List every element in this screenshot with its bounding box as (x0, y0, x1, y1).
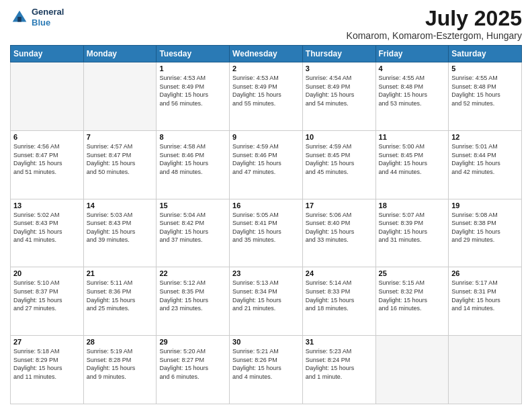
day-info: Sunrise: 5:19 AM Sunset: 8:28 PM Dayligh… (87, 347, 154, 381)
header: General Blue July 2025 Komarom, Komarom-… (10, 7, 522, 41)
logo-line1: General (32, 7, 64, 17)
day-number: 27 (13, 338, 81, 346)
day-info: Sunrise: 4:59 AM Sunset: 8:45 PM Dayligh… (306, 142, 373, 176)
calendar-cell: 9Sunrise: 4:59 AM Sunset: 8:46 PM Daylig… (230, 130, 303, 199)
day-info: Sunrise: 4:53 AM Sunset: 8:49 PM Dayligh… (159, 74, 226, 107)
calendar-cell: 1Sunrise: 4:53 AM Sunset: 8:49 PM Daylig… (157, 62, 230, 131)
day-number: 26 (451, 269, 519, 277)
calendar-cell: 26Sunrise: 5:17 AM Sunset: 8:31 PM Dayli… (449, 267, 522, 336)
calendar-cell (83, 62, 157, 131)
day-info: Sunrise: 4:58 AM Sunset: 8:46 PM Dayligh… (159, 142, 226, 176)
calendar-cell: 16Sunrise: 5:05 AM Sunset: 8:41 PM Dayli… (230, 199, 303, 267)
calendar-cell: 27Sunrise: 5:18 AM Sunset: 8:29 PM Dayli… (11, 336, 84, 404)
day-number: 22 (159, 269, 226, 277)
calendar-cell: 3Sunrise: 4:54 AM Sunset: 8:49 PM Daylig… (302, 62, 375, 131)
calendar-cell: 28Sunrise: 5:19 AM Sunset: 8:28 PM Dayli… (83, 336, 157, 404)
day-number: 30 (232, 338, 300, 346)
calendar-cell: 10Sunrise: 4:59 AM Sunset: 8:45 PM Dayli… (302, 130, 375, 199)
calendar-cell: 18Sunrise: 5:07 AM Sunset: 8:39 PM Dayli… (375, 199, 449, 267)
calendar-header-thursday: Thursday (302, 46, 375, 62)
day-number: 18 (379, 201, 446, 210)
calendar-cell: 19Sunrise: 5:08 AM Sunset: 8:38 PM Dayli… (449, 199, 522, 267)
day-info: Sunrise: 5:23 AM Sunset: 8:24 PM Dayligh… (306, 347, 373, 381)
day-info: Sunrise: 4:53 AM Sunset: 8:49 PM Dayligh… (232, 74, 300, 107)
day-info: Sunrise: 5:12 AM Sunset: 8:35 PM Dayligh… (159, 279, 226, 312)
title-block: July 2025 Komarom, Komarom-Esztergom, Hu… (347, 7, 522, 41)
logo-line2: Blue (32, 17, 64, 28)
calendar-cell: 14Sunrise: 5:03 AM Sunset: 8:43 PM Dayli… (83, 199, 157, 267)
calendar-header-row: SundayMondayTuesdayWednesdayThursdayFrid… (11, 46, 522, 62)
day-number: 3 (306, 64, 373, 73)
day-info: Sunrise: 5:08 AM Sunset: 8:38 PM Dayligh… (451, 211, 519, 244)
calendar-cell: 17Sunrise: 5:06 AM Sunset: 8:40 PM Dayli… (302, 199, 375, 267)
day-number: 19 (451, 201, 519, 210)
calendar-cell (11, 62, 84, 131)
day-number: 20 (13, 269, 81, 277)
day-number: 28 (87, 338, 154, 346)
day-info: Sunrise: 4:54 AM Sunset: 8:49 PM Dayligh… (306, 74, 373, 107)
day-info: Sunrise: 5:18 AM Sunset: 8:29 PM Dayligh… (13, 347, 81, 381)
calendar-cell: 5Sunrise: 4:55 AM Sunset: 8:48 PM Daylig… (449, 62, 522, 131)
calendar-cell: 29Sunrise: 5:20 AM Sunset: 8:27 PM Dayli… (157, 336, 230, 404)
day-info: Sunrise: 5:03 AM Sunset: 8:43 PM Dayligh… (87, 211, 154, 244)
subtitle: Komarom, Komarom-Esztergom, Hungary (347, 30, 522, 41)
logo-icon (10, 8, 29, 27)
main-title: July 2025 (347, 7, 522, 30)
day-number: 12 (451, 133, 519, 141)
calendar-cell: 22Sunrise: 5:12 AM Sunset: 8:35 PM Dayli… (157, 267, 230, 336)
calendar-cell: 6Sunrise: 4:56 AM Sunset: 8:47 PM Daylig… (11, 130, 84, 199)
calendar-table: SundayMondayTuesdayWednesdayThursdayFrid… (10, 45, 522, 404)
calendar-week-2: 13Sunrise: 5:02 AM Sunset: 8:43 PM Dayli… (11, 199, 522, 267)
day-info: Sunrise: 5:04 AM Sunset: 8:42 PM Dayligh… (159, 211, 226, 244)
day-info: Sunrise: 5:01 AM Sunset: 8:44 PM Dayligh… (451, 142, 519, 176)
calendar-cell: 11Sunrise: 5:00 AM Sunset: 8:45 PM Dayli… (375, 130, 449, 199)
calendar-header-sunday: Sunday (11, 46, 84, 62)
day-info: Sunrise: 4:55 AM Sunset: 8:48 PM Dayligh… (451, 74, 519, 107)
calendar-cell: 23Sunrise: 5:13 AM Sunset: 8:34 PM Dayli… (230, 267, 303, 336)
calendar-cell (449, 336, 522, 404)
day-info: Sunrise: 5:02 AM Sunset: 8:43 PM Dayligh… (13, 211, 81, 244)
calendar-header-saturday: Saturday (449, 46, 522, 62)
day-info: Sunrise: 5:05 AM Sunset: 8:41 PM Dayligh… (232, 211, 300, 244)
calendar-cell: 4Sunrise: 4:55 AM Sunset: 8:48 PM Daylig… (375, 62, 449, 131)
day-number: 31 (306, 338, 373, 346)
day-number: 25 (379, 269, 446, 277)
day-info: Sunrise: 5:06 AM Sunset: 8:40 PM Dayligh… (306, 211, 373, 244)
calendar-week-0: 1Sunrise: 4:53 AM Sunset: 8:49 PM Daylig… (11, 62, 522, 131)
page: General Blue July 2025 Komarom, Komarom-… (0, 0, 532, 411)
day-info: Sunrise: 5:11 AM Sunset: 8:36 PM Dayligh… (87, 279, 154, 312)
day-info: Sunrise: 5:10 AM Sunset: 8:37 PM Dayligh… (13, 279, 81, 312)
calendar-header-friday: Friday (375, 46, 449, 62)
day-number: 17 (306, 201, 373, 210)
day-number: 10 (306, 133, 373, 141)
day-info: Sunrise: 5:07 AM Sunset: 8:39 PM Dayligh… (379, 211, 446, 244)
calendar-cell: 8Sunrise: 4:58 AM Sunset: 8:46 PM Daylig… (157, 130, 230, 199)
logo: General Blue (10, 7, 64, 28)
day-info: Sunrise: 4:55 AM Sunset: 8:48 PM Dayligh… (379, 74, 446, 107)
calendar-cell: 21Sunrise: 5:11 AM Sunset: 8:36 PM Dayli… (83, 267, 157, 336)
day-info: Sunrise: 5:20 AM Sunset: 8:27 PM Dayligh… (159, 347, 226, 381)
day-number: 1 (159, 64, 226, 73)
day-number: 24 (306, 269, 373, 277)
day-info: Sunrise: 4:59 AM Sunset: 8:46 PM Dayligh… (232, 142, 300, 176)
day-number: 8 (159, 133, 226, 141)
day-info: Sunrise: 4:56 AM Sunset: 8:47 PM Dayligh… (13, 142, 81, 176)
calendar-cell: 20Sunrise: 5:10 AM Sunset: 8:37 PM Dayli… (11, 267, 84, 336)
day-number: 29 (159, 338, 226, 346)
day-number: 4 (379, 64, 446, 73)
day-number: 13 (13, 201, 81, 210)
calendar-week-1: 6Sunrise: 4:56 AM Sunset: 8:47 PM Daylig… (11, 130, 522, 199)
calendar-cell: 24Sunrise: 5:14 AM Sunset: 8:33 PM Dayli… (302, 267, 375, 336)
calendar-header-wednesday: Wednesday (230, 46, 303, 62)
calendar-header-tuesday: Tuesday (157, 46, 230, 62)
day-info: Sunrise: 5:17 AM Sunset: 8:31 PM Dayligh… (451, 279, 519, 312)
svg-rect-1 (17, 17, 21, 21)
calendar-cell: 31Sunrise: 5:23 AM Sunset: 8:24 PM Dayli… (302, 336, 375, 404)
calendar-week-3: 20Sunrise: 5:10 AM Sunset: 8:37 PM Dayli… (11, 267, 522, 336)
day-number: 7 (87, 133, 154, 141)
day-info: Sunrise: 5:13 AM Sunset: 8:34 PM Dayligh… (232, 279, 300, 312)
calendar-cell: 12Sunrise: 5:01 AM Sunset: 8:44 PM Dayli… (449, 130, 522, 199)
day-number: 14 (87, 201, 154, 210)
calendar-cell: 13Sunrise: 5:02 AM Sunset: 8:43 PM Dayli… (11, 199, 84, 267)
day-number: 23 (232, 269, 300, 277)
